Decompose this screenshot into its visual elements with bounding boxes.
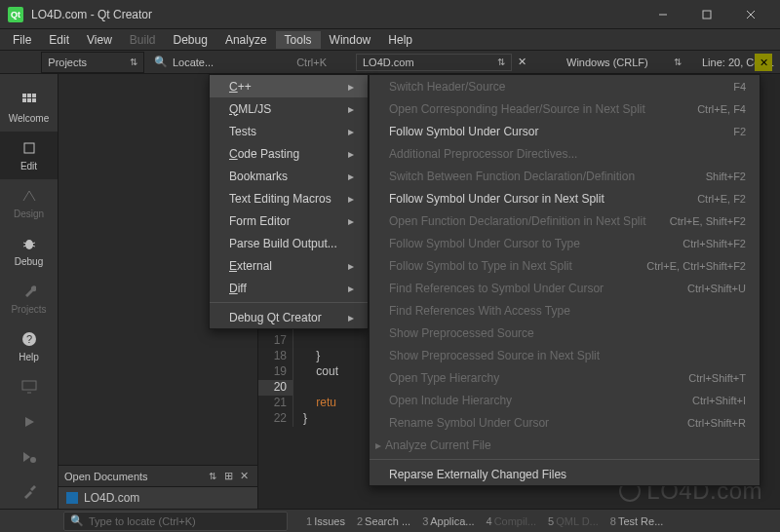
encoding-combo[interactable]: Windows (CRLF) xyxy=(561,55,687,70)
document-combo[interactable]: LO4D.com xyxy=(356,54,512,71)
line-number: 21 xyxy=(258,396,293,411)
menu-tools[interactable]: Tools xyxy=(276,31,321,49)
menu-parse-build[interactable]: Parse Build Output... xyxy=(210,232,368,254)
menu-debug[interactable]: Debug xyxy=(165,31,216,49)
panel-search[interactable]: 2Search ... xyxy=(353,513,414,529)
menu-find-refs-access[interactable]: Find References With Access Type xyxy=(370,299,760,322)
open-document-name: LO4D.com xyxy=(84,491,139,505)
panel-application[interactable]: 3Applica... xyxy=(418,513,478,529)
menu-switch-decl[interactable]: Switch Between Function Declaration/Defi… xyxy=(370,165,760,187)
toolbar: Projects 🔍 Locate... Ctrl+K LO4D.com ✕ W… xyxy=(0,51,780,74)
svg-rect-1 xyxy=(703,11,711,19)
menu-tests[interactable]: Tests▸ xyxy=(210,120,368,142)
locate-label: Locate... xyxy=(173,57,214,68)
locator-placeholder: Type to locate (Ctrl+K) xyxy=(89,515,196,527)
menu-diff[interactable]: Diff▸ xyxy=(210,277,368,299)
run-button[interactable] xyxy=(0,405,58,440)
menu-additional-preproc[interactable]: Additional Preprocessor Directives... xyxy=(370,142,760,165)
menu-find-refs[interactable]: Find References to Symbol Under CursorCt… xyxy=(370,277,760,299)
menu-follow-symbol-split[interactable]: Follow Symbol Under Cursor in Next Split… xyxy=(370,187,760,209)
menu-follow-to-type[interactable]: Follow Symbol Under Cursor to TypeCtrl+S… xyxy=(370,232,760,254)
line-number: 19 xyxy=(258,364,293,380)
menu-edit[interactable]: Edit xyxy=(40,31,78,49)
svg-rect-9 xyxy=(32,98,36,102)
build-button[interactable] xyxy=(0,475,58,511)
menu-file[interactable]: File xyxy=(4,31,40,49)
close-panel-icon[interactable]: ✕ xyxy=(236,470,252,482)
mode-debug[interactable]: Debug xyxy=(0,227,58,275)
menu-follow-symbol[interactable]: Follow Symbol Under CursorF2 xyxy=(370,120,760,142)
mode-label: Debug xyxy=(0,256,58,267)
panel-issues[interactable]: 1Issues xyxy=(302,513,349,529)
menu-show-preproc-split[interactable]: Show Preprocessed Source in Next Split xyxy=(370,344,760,366)
mode-label: Help xyxy=(0,352,58,362)
bottom-bar: 🔍 Type to locate (Ctrl+K) 1Issues 2Searc… xyxy=(0,509,780,532)
menu-analyze-current[interactable]: ▸Analyze Current File xyxy=(370,434,760,456)
document-name: LO4D.com xyxy=(363,57,414,68)
mode-design[interactable]: Design xyxy=(0,179,58,227)
split-icon[interactable]: ⊞ xyxy=(220,470,236,482)
menu-follow-to-type-split[interactable]: Follow Symbol to Type in Next SplitCtrl+… xyxy=(370,254,760,277)
search-icon: 🔍 xyxy=(154,56,168,68)
svg-rect-8 xyxy=(27,98,31,102)
encoding-label: Windows (CRLF) xyxy=(566,57,648,68)
menu-show-preproc[interactable]: Show Preprocessed Source xyxy=(370,322,760,344)
menubar: File Edit View Build Debug Analyze Tools… xyxy=(0,29,780,51)
projects-combo[interactable]: Projects xyxy=(41,52,144,73)
combo-arrows-icon[interactable] xyxy=(205,471,220,481)
close-button[interactable] xyxy=(728,0,772,29)
play-icon: ▸ xyxy=(375,438,381,452)
close-document-button[interactable]: ✕ xyxy=(512,56,531,68)
menu-qmljs[interactable]: QML/JS▸ xyxy=(210,97,368,120)
help-icon: ? xyxy=(19,330,40,348)
panel-test[interactable]: 8Test Re... xyxy=(606,513,668,529)
open-document-item[interactable]: LO4D.com xyxy=(58,487,257,509)
menu-form-editor[interactable]: Form Editor▸ xyxy=(210,209,368,232)
menu-open-include-hier[interactable]: Open Include HierarchyCtrl+Shift+I xyxy=(370,389,760,411)
menu-debug-qt-creator[interactable]: Debug Qt Creator▸ xyxy=(210,306,368,328)
debug-run-button[interactable] xyxy=(0,440,58,475)
menu-window[interactable]: Window xyxy=(321,31,380,49)
minimize-button[interactable] xyxy=(641,0,684,29)
mode-welcome[interactable]: Welcome xyxy=(0,84,58,132)
close-banner-button[interactable]: ✕ xyxy=(755,54,772,71)
kit-selector[interactable] xyxy=(0,370,58,405)
locator-input[interactable]: 🔍 Type to locate (Ctrl+K) xyxy=(63,512,288,531)
menu-help[interactable]: Help xyxy=(379,31,421,49)
line-number: 17 xyxy=(258,333,293,349)
locate-shortcut: Ctrl+K xyxy=(296,57,327,68)
svg-rect-6 xyxy=(32,94,36,97)
tools-menu-dropdown: C++▸ QML/JS▸ Tests▸ Code Pasting▸ Bookma… xyxy=(209,74,369,329)
menu-open-type-hier[interactable]: Open Type HierarchyCtrl+Shift+T xyxy=(370,366,760,389)
panel-qml[interactable]: 5QML D... xyxy=(544,513,603,529)
combo-arrows-icon xyxy=(497,57,505,67)
menu-open-corresponding[interactable]: Open Corresponding Header/Source in Next… xyxy=(370,97,760,120)
menu-bookmarks[interactable]: Bookmarks▸ xyxy=(210,165,368,187)
mode-projects[interactable]: Projects xyxy=(0,275,58,323)
mode-label: Design xyxy=(0,209,58,219)
menu-view[interactable]: View xyxy=(78,31,121,49)
play-icon xyxy=(20,415,38,431)
menu-reparse[interactable]: Reparse Externally Changed Files xyxy=(370,463,760,485)
line-number: 22 xyxy=(258,411,293,427)
menu-rename-symbol[interactable]: Rename Symbol Under CursorCtrl+Shift+R xyxy=(370,411,760,434)
combo-arrows-icon xyxy=(130,57,137,67)
menu-code-pasting[interactable]: Code Pasting▸ xyxy=(210,142,368,165)
menu-build[interactable]: Build xyxy=(121,31,165,49)
menu-open-decl-split[interactable]: Open Function Declaration/Definition in … xyxy=(370,209,760,232)
menu-analyze[interactable]: Analyze xyxy=(216,31,276,49)
panel-compile[interactable]: 4Compil... xyxy=(483,513,541,529)
mode-help[interactable]: ? Help xyxy=(0,323,58,370)
maximize-button[interactable] xyxy=(684,0,728,29)
window-title: LO4D.com - Qt Creator xyxy=(31,8,641,21)
open-documents-panel: Open Documents ⊞ ✕ LO4D.com xyxy=(58,465,257,509)
menu-switch-header[interactable]: Switch Header/SourceF4 xyxy=(370,75,760,97)
search-icon: 🔍 xyxy=(70,514,84,527)
svg-rect-4 xyxy=(22,94,26,97)
svg-text:?: ? xyxy=(25,333,31,345)
menu-external[interactable]: External▸ xyxy=(210,254,368,277)
mode-edit[interactable]: Edit xyxy=(0,132,58,179)
menu-cpp[interactable]: C++▸ xyxy=(210,75,368,97)
qt-logo-icon: Qt xyxy=(8,7,23,22)
menu-text-macros[interactable]: Text Editing Macros▸ xyxy=(210,187,368,209)
